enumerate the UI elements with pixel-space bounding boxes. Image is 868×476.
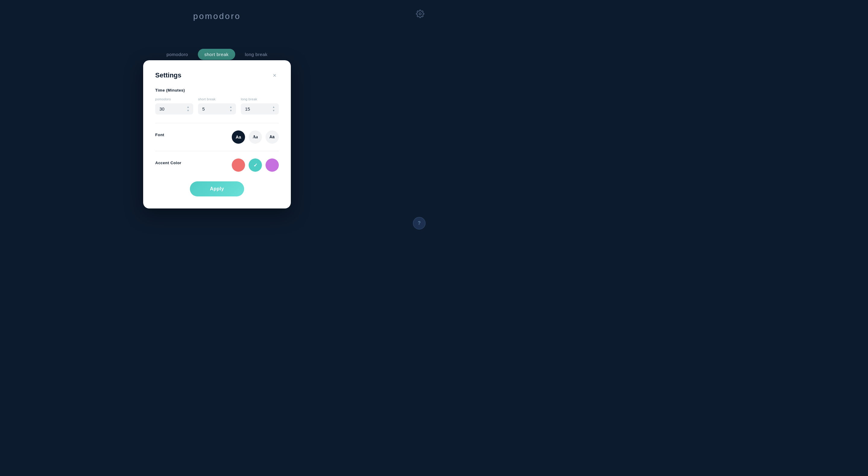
short-break-increment[interactable]: ▲ — [229, 106, 233, 109]
color-options: ✓ — [232, 158, 279, 172]
divider-1 — [155, 123, 279, 123]
pomodoro-decrement[interactable]: ▼ — [186, 109, 190, 113]
color-section: Accent Color ✓ — [155, 158, 279, 172]
time-inputs-row: pomodoro ▲ ▼ short break ▲ ▼ long br — [155, 97, 279, 115]
gear-icon — [416, 10, 424, 18]
long-break-spinners: ▲ ▼ — [272, 106, 276, 113]
short-break-field: short break ▲ ▼ — [198, 97, 236, 115]
font-mono-option[interactable]: Aa — [266, 130, 279, 144]
tab-long-break[interactable]: long break — [239, 49, 274, 60]
svg-point-0 — [419, 13, 421, 15]
color-red-option[interactable] — [232, 158, 245, 172]
short-break-decrement[interactable]: ▼ — [229, 109, 233, 113]
tab-pomodoro[interactable]: pomodoro — [160, 49, 195, 60]
modal-header: Settings × — [155, 71, 279, 80]
modal-title: Settings — [155, 71, 181, 79]
settings-modal: Settings × Time (Minutes) pomodoro ▲ ▼ s… — [143, 60, 291, 209]
question-mark-icon: ? — [418, 221, 421, 226]
apply-button[interactable]: Apply — [190, 181, 244, 196]
pomodoro-field-label: pomodoro — [155, 97, 193, 101]
timer-tabs: pomodoro short break long break — [160, 49, 274, 60]
color-selected-check: ✓ — [253, 162, 257, 168]
short-break-input-wrapper: ▲ ▼ — [198, 103, 236, 115]
pomodoro-field: pomodoro ▲ ▼ — [155, 97, 193, 115]
color-section-label: Accent Color — [155, 161, 181, 165]
time-section-label: Time (Minutes) — [155, 88, 279, 93]
font-sans-option[interactable]: Aa — [232, 130, 245, 144]
font-section-label: Font — [155, 132, 164, 137]
font-serif-option[interactable]: Aa — [249, 130, 262, 144]
pomodoro-spinners: ▲ ▼ — [186, 106, 190, 113]
long-break-field: long break ▲ ▼ — [241, 97, 279, 115]
help-button[interactable]: ? — [413, 217, 426, 229]
short-break-field-label: short break — [198, 97, 236, 101]
pomodoro-input-wrapper: ▲ ▼ — [155, 103, 193, 115]
long-break-decrement[interactable]: ▼ — [272, 109, 276, 113]
divider-2 — [155, 151, 279, 151]
color-purple-option[interactable] — [266, 158, 279, 172]
long-break-increment[interactable]: ▲ — [272, 106, 276, 109]
app-title: pomodoro — [193, 11, 241, 21]
short-break-spinners: ▲ ▼ — [229, 106, 233, 113]
font-options: Aa Aa Aa — [232, 130, 279, 144]
long-break-input-wrapper: ▲ ▼ — [241, 103, 279, 115]
color-cyan-option[interactable]: ✓ — [249, 158, 262, 172]
gear-icon-button[interactable] — [415, 8, 426, 19]
font-section: Font Aa Aa Aa — [155, 130, 279, 144]
tab-short-break[interactable]: short break — [198, 49, 236, 60]
close-button[interactable]: × — [270, 71, 279, 80]
pomodoro-increment[interactable]: ▲ — [186, 106, 190, 109]
long-break-field-label: long break — [241, 97, 279, 101]
